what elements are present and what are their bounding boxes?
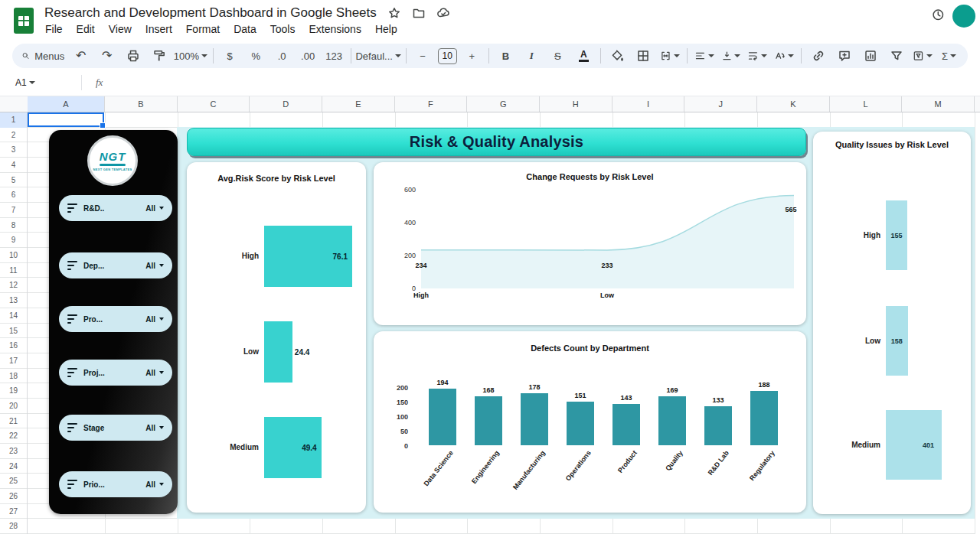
row-header-28[interactable]: 28 bbox=[0, 519, 27, 534]
menus-button[interactable]: Menus bbox=[18, 46, 67, 66]
row-header-9[interactable]: 9 bbox=[0, 233, 27, 248]
menu-view[interactable]: View bbox=[102, 21, 139, 37]
row-header-18[interactable]: 18 bbox=[0, 369, 27, 384]
filter-slicer-5[interactable]: StageAll bbox=[59, 415, 172, 441]
create-filter-icon[interactable] bbox=[884, 46, 909, 66]
row-header-14[interactable]: 14 bbox=[0, 308, 27, 324]
strikethrough-button[interactable]: S bbox=[545, 46, 570, 66]
row-header-2[interactable]: 2 bbox=[0, 128, 27, 143]
print-icon[interactable] bbox=[120, 46, 145, 66]
row-header-3[interactable]: 3 bbox=[0, 142, 27, 158]
row-header-17[interactable]: 17 bbox=[0, 353, 27, 369]
column-header-M[interactable]: M bbox=[902, 96, 975, 112]
font-size-input[interactable]: 10 bbox=[438, 48, 457, 64]
filter-slicer-2[interactable]: Dep...All bbox=[59, 252, 172, 278]
row-header-7[interactable]: 7 bbox=[0, 203, 27, 218]
borders-icon[interactable] bbox=[631, 46, 656, 66]
svg-text:200: 200 bbox=[404, 252, 416, 259]
column-header-E[interactable]: E bbox=[322, 96, 395, 112]
column-header-J[interactable]: J bbox=[684, 96, 757, 112]
redo-icon[interactable]: ↷ bbox=[94, 46, 119, 66]
column-header-C[interactable]: C bbox=[178, 96, 250, 112]
row-header-12[interactable]: 12 bbox=[0, 278, 27, 293]
menu-tools[interactable]: Tools bbox=[263, 21, 302, 37]
version-history-icon[interactable] bbox=[931, 8, 949, 26]
row-header-8[interactable]: 8 bbox=[0, 218, 27, 233]
decrease-decimal-button[interactable]: .0 bbox=[270, 46, 295, 66]
insert-comment-icon[interactable] bbox=[831, 46, 857, 66]
filter-views-icon[interactable] bbox=[910, 46, 936, 66]
column-header-A[interactable]: A bbox=[28, 96, 105, 112]
percent-button[interactable]: % bbox=[243, 46, 269, 66]
row-header-21[interactable]: 21 bbox=[0, 414, 27, 429]
row-header-1[interactable]: 1 bbox=[0, 112, 27, 128]
column-header-L[interactable]: L bbox=[830, 96, 903, 112]
currency-button[interactable]: $ bbox=[217, 46, 243, 66]
row-header-27[interactable]: 27 bbox=[0, 504, 27, 519]
filter-slicer-6[interactable]: Prio...All bbox=[59, 471, 172, 497]
row-header-22[interactable]: 22 bbox=[0, 428, 27, 444]
insert-chart-icon[interactable] bbox=[858, 46, 883, 66]
row-header-19[interactable]: 19 bbox=[0, 383, 27, 399]
fill-color-icon[interactable] bbox=[605, 46, 630, 66]
column-header-D[interactable]: D bbox=[250, 96, 322, 112]
column-header-I[interactable]: I bbox=[612, 96, 685, 112]
menu-file[interactable]: File bbox=[38, 21, 70, 37]
increase-decimal-button[interactable]: .00 bbox=[296, 46, 321, 66]
menu-insert[interactable]: Insert bbox=[139, 21, 179, 37]
text-color-button[interactable]: A bbox=[571, 46, 596, 66]
functions-button[interactable]: Σ bbox=[936, 46, 962, 66]
row-header-26[interactable]: 26 bbox=[0, 489, 27, 504]
value-label: 151 bbox=[565, 392, 596, 399]
row-header-15[interactable]: 15 bbox=[0, 324, 27, 339]
italic-button[interactable]: I bbox=[519, 46, 544, 66]
row-header-23[interactable]: 23 bbox=[0, 444, 27, 459]
sheets-logo-icon[interactable] bbox=[14, 8, 34, 37]
vertical-align-icon[interactable] bbox=[718, 46, 744, 66]
filter-slicer-4[interactable]: Proj...All bbox=[59, 360, 172, 386]
column-header-K[interactable]: K bbox=[757, 96, 830, 112]
menu-format[interactable]: Format bbox=[179, 21, 227, 37]
row-header-11[interactable]: 11 bbox=[0, 263, 27, 278]
menu-help[interactable]: Help bbox=[368, 21, 404, 37]
column-header-G[interactable]: G bbox=[467, 96, 540, 112]
row-header-5[interactable]: 5 bbox=[0, 173, 27, 188]
row-header-20[interactable]: 20 bbox=[0, 399, 27, 414]
menu-extensions[interactable]: Extensions bbox=[302, 21, 368, 37]
merge-cells-icon[interactable] bbox=[657, 46, 683, 66]
insert-link-icon[interactable] bbox=[805, 46, 831, 66]
name-box[interactable]: A1 bbox=[0, 77, 75, 88]
row-header-25[interactable]: 25 bbox=[0, 474, 27, 489]
text-rotation-icon[interactable] bbox=[771, 46, 797, 66]
fill-handle[interactable] bbox=[100, 122, 106, 129]
row-header-6[interactable]: 6 bbox=[0, 187, 27, 203]
column-header-H[interactable]: H bbox=[540, 96, 612, 112]
row-header-16[interactable]: 16 bbox=[0, 338, 27, 353]
font-select[interactable]: Defaul... bbox=[355, 46, 402, 66]
menu-data[interactable]: Data bbox=[227, 21, 263, 37]
column-header-B[interactable]: B bbox=[105, 96, 178, 112]
row-header-10[interactable]: 10 bbox=[0, 248, 27, 263]
folder-icon[interactable] bbox=[412, 6, 426, 20]
column-header-F[interactable]: F bbox=[395, 96, 468, 112]
filter-slicer-1[interactable]: R&D..All bbox=[59, 195, 172, 221]
star-icon[interactable] bbox=[387, 6, 401, 20]
row-header-13[interactable]: 13 bbox=[0, 293, 27, 308]
filter-slicer-3[interactable]: Pro...All bbox=[59, 306, 172, 332]
menu-edit[interactable]: Edit bbox=[70, 21, 102, 37]
account-avatar[interactable] bbox=[952, 5, 975, 28]
decrease-font-size-button[interactable]: − bbox=[410, 46, 436, 66]
cloud-status-icon[interactable] bbox=[436, 6, 450, 20]
horizontal-align-icon[interactable] bbox=[691, 46, 717, 66]
undo-icon[interactable]: ↶ bbox=[68, 46, 93, 66]
bold-button[interactable]: B bbox=[493, 46, 518, 66]
text-wrap-icon[interactable] bbox=[744, 46, 770, 66]
zoom-select[interactable]: 100% bbox=[172, 46, 208, 66]
row-header-4[interactable]: 4 bbox=[0, 158, 27, 173]
increase-font-size-button[interactable]: + bbox=[459, 46, 485, 66]
document-title[interactable]: Research and Development Dashboard in Go… bbox=[44, 5, 377, 21]
formula-input[interactable] bbox=[110, 76, 980, 89]
paint-format-icon[interactable] bbox=[146, 46, 172, 66]
number-format-button[interactable]: 123 bbox=[322, 46, 347, 66]
row-header-24[interactable]: 24 bbox=[0, 459, 27, 474]
